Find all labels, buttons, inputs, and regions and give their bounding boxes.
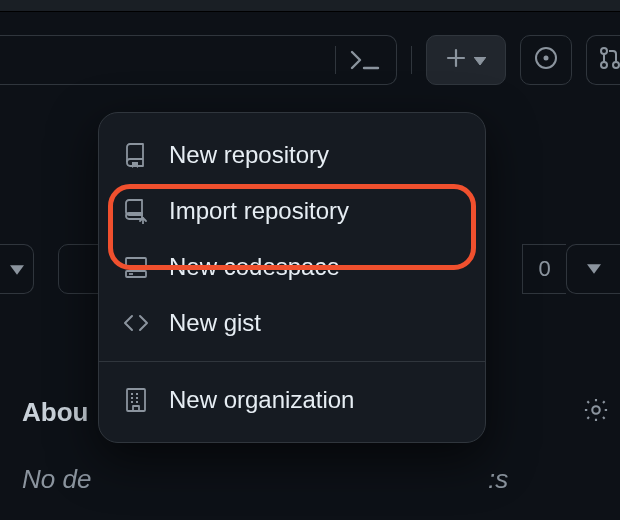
svg-point-9: [613, 62, 619, 68]
repo-icon: [123, 142, 149, 168]
menu-item-new-codespace[interactable]: New codespace: [99, 239, 485, 295]
menu-item-label: New repository: [169, 141, 329, 169]
star-count-badge[interactable]: 0: [522, 244, 566, 294]
svg-point-5: [544, 56, 549, 61]
code-icon: [123, 314, 149, 332]
caret-down-icon: [474, 51, 486, 69]
window-chrome-strip: [0, 0, 620, 12]
git-pull-request-icon: [599, 46, 620, 74]
about-heading: Abou: [22, 397, 88, 428]
issues-button[interactable]: [520, 35, 572, 85]
menu-separator: [99, 361, 485, 362]
pull-requests-button[interactable]: [586, 35, 620, 85]
organization-icon: [123, 387, 149, 413]
menu-item-label: New gist: [169, 309, 261, 337]
issue-dot-icon: [534, 46, 558, 74]
partial-button-left[interactable]: [0, 244, 34, 294]
svg-point-12: [592, 406, 599, 413]
create-new-menu: New repository Import repository: [98, 112, 486, 443]
menu-item-new-repository[interactable]: New repository: [99, 127, 485, 183]
about-description: No de: [22, 464, 91, 495]
svg-rect-16: [127, 389, 145, 411]
svg-point-6: [601, 48, 607, 54]
svg-point-7: [601, 62, 607, 68]
search-bar[interactable]: [0, 35, 397, 85]
global-toolbar: [0, 22, 620, 98]
menu-item-label: New organization: [169, 386, 354, 414]
menu-item-new-gist[interactable]: New gist: [99, 295, 485, 351]
svg-rect-23: [133, 406, 139, 411]
plus-icon: [446, 48, 466, 72]
gear-icon[interactable]: [582, 396, 620, 428]
menu-item-new-organization[interactable]: New organization: [99, 372, 485, 428]
menu-item-label: Import repository: [169, 197, 349, 225]
menu-item-label: New codespace: [169, 253, 340, 281]
menu-item-import-repository[interactable]: Import repository: [99, 183, 485, 239]
codespace-icon: [123, 256, 149, 278]
console-prompt-icon[interactable]: [350, 49, 380, 71]
svg-marker-11: [587, 264, 601, 273]
divider: [335, 46, 336, 74]
create-new-button[interactable]: [426, 35, 506, 85]
svg-marker-3: [474, 57, 486, 65]
repo-import-icon: [123, 198, 149, 224]
about-description-trailing: :s: [488, 464, 508, 495]
svg-rect-13: [126, 258, 146, 268]
svg-marker-10: [10, 265, 24, 274]
star-dropdown-button[interactable]: [566, 244, 620, 294]
divider: [411, 46, 412, 74]
